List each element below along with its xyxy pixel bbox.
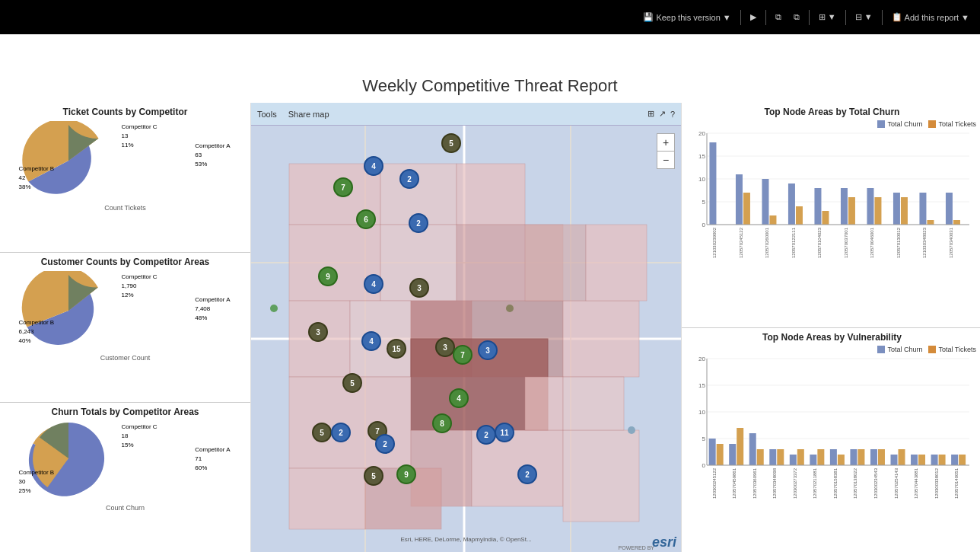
copy-button2[interactable]: ⧉ bbox=[791, 11, 803, 24]
churn-legend-a: Competitor A7160% bbox=[195, 445, 230, 473]
churn-legend-c: Competitor C1815% bbox=[122, 423, 158, 450]
churn-totals-title: Churn Totals by Competitor Areas bbox=[51, 407, 199, 417]
left-panel: Ticket Counts by Competitor Competitor C… bbox=[0, 103, 251, 552]
legend-churn-label: Total Churn bbox=[887, 120, 922, 128]
cluster-marker[interactable]: 9 bbox=[396, 464, 416, 484]
table-button[interactable]: ⊟ ▼ bbox=[852, 11, 876, 24]
svg-point-28 bbox=[506, 305, 514, 312]
total-churn-chart-section: Top Node Areas by Total Churn Total Chur… bbox=[682, 103, 980, 328]
vulnerability-chart-inner bbox=[688, 355, 976, 549]
customer-counts-section: Customer Counts by Competitor Areas Comp… bbox=[0, 253, 250, 403]
cluster-marker[interactable]: 3 bbox=[478, 340, 498, 360]
share-map-button[interactable]: Share map bbox=[288, 110, 329, 119]
map-layout-icon[interactable]: ⊞ bbox=[648, 109, 654, 119]
vuln-legend: Total Churn Total Tickets bbox=[688, 346, 976, 353]
customer-legend-c: Competitor C1,79012% bbox=[122, 273, 158, 300]
cluster-marker[interactable]: 2 bbox=[517, 464, 537, 484]
separator4 bbox=[845, 10, 846, 25]
map-attribution: Esri, HERE, DeLorme, MapmyIndia, © OpenS… bbox=[400, 536, 531, 543]
cluster-marker[interactable]: 8 bbox=[432, 413, 452, 433]
vulnerability-chart-section: Top Node Areas by Vulnerability Total Ch… bbox=[682, 328, 980, 553]
cluster-marker[interactable]: 11 bbox=[495, 423, 514, 442]
save-icon: 💾 bbox=[643, 12, 654, 22]
cluster-marker[interactable]: 9 bbox=[318, 266, 338, 286]
right-panel: Top Node Areas by Total Churn Total Chur… bbox=[681, 103, 980, 552]
svg-rect-16 bbox=[563, 301, 639, 377]
vulnerability-title: Top Node Areas by Vulnerability bbox=[688, 332, 976, 343]
cluster-marker[interactable]: 7 bbox=[453, 345, 473, 365]
map-area[interactable]: Tools Share map ⊞ ↗ ? bbox=[251, 103, 681, 552]
churn-canvas bbox=[688, 129, 973, 266]
churn-totals-section: Churn Totals by Competitor Areas bbox=[0, 403, 250, 552]
map-export-icon[interactable]: ↗ bbox=[659, 109, 666, 119]
svg-rect-23 bbox=[586, 225, 647, 301]
cluster-marker[interactable]: 6 bbox=[356, 209, 376, 229]
legend-color-blue bbox=[877, 120, 885, 128]
cluster-marker[interactable]: 5 bbox=[342, 373, 362, 393]
svg-rect-22 bbox=[525, 225, 586, 301]
cluster-marker[interactable]: 5 bbox=[441, 133, 461, 153]
svg-rect-27 bbox=[563, 377, 624, 430]
ticket-legend-b: Competitor B4238% bbox=[19, 164, 55, 192]
svg-point-30 bbox=[270, 305, 278, 312]
churn-chart-label: Count Churn bbox=[106, 504, 145, 512]
map-icons: ⊞ ↗ ? bbox=[648, 109, 675, 119]
cluster-marker[interactable]: 3 bbox=[308, 322, 328, 342]
legend-total-churn: Total Churn bbox=[877, 120, 922, 128]
ticket-counts-section: Ticket Counts by Competitor Competitor C… bbox=[0, 103, 250, 253]
svg-rect-24 bbox=[525, 377, 563, 430]
customer-chart-label: Customer Count bbox=[100, 354, 151, 362]
add-report-button[interactable]: 📋 Add this report ▼ bbox=[889, 11, 972, 24]
cluster-marker[interactable]: 4 bbox=[449, 388, 469, 408]
cluster-marker[interactable]: 2 bbox=[375, 434, 395, 454]
churn-chart-inner bbox=[688, 129, 976, 324]
cluster-marker[interactable]: 7 bbox=[333, 177, 353, 197]
separator1 bbox=[740, 10, 741, 25]
vuln-color-orange bbox=[928, 346, 936, 353]
separator5 bbox=[882, 10, 883, 25]
vuln-tickets-label: Total Tickets bbox=[938, 346, 976, 353]
customer-legend-a: Competitor A7,40848% bbox=[195, 295, 230, 323]
dropdown-icon: ▼ bbox=[723, 13, 731, 22]
legend-total-tickets: Total Tickets bbox=[928, 120, 976, 128]
main-container: Weekly Competitive Threat Report Ticket … bbox=[0, 34, 980, 552]
legend-color-orange bbox=[928, 120, 936, 128]
cluster-marker[interactable]: 2 bbox=[476, 425, 496, 445]
cluster-marker[interactable]: 4 bbox=[364, 274, 383, 294]
svg-rect-8 bbox=[457, 164, 525, 225]
svg-point-29 bbox=[628, 426, 635, 434]
cluster-marker[interactable]: 5 bbox=[364, 466, 383, 486]
cluster-marker[interactable]: 15 bbox=[387, 339, 406, 359]
powered-by: POWERED BY bbox=[619, 545, 654, 550]
total-churn-title: Top Node Areas by Total Churn bbox=[688, 107, 976, 117]
vuln-legend-churn: Total Churn bbox=[877, 346, 922, 353]
top-bar: 💾 Keep this version ▼ ▶ ⧉ ⧉ ⊞ ▼ ⊟ ▼ 📋 Ad… bbox=[0, 0, 980, 34]
tools-button[interactable]: Tools bbox=[257, 110, 277, 119]
cluster-marker[interactable]: 3 bbox=[409, 278, 429, 298]
dropdown-icon2: ▼ bbox=[961, 13, 969, 22]
keep-version-button[interactable]: 💾 Keep this version ▼ bbox=[640, 11, 733, 24]
cluster-marker[interactable]: 5 bbox=[312, 423, 332, 442]
churn-legend-b: Competitor B3025% bbox=[19, 468, 55, 496]
zoom-out-button[interactable]: − bbox=[657, 152, 674, 168]
map-info-icon[interactable]: ? bbox=[670, 109, 675, 119]
add-icon: 📋 bbox=[892, 12, 902, 22]
ticket-legend: Competitor C1311% bbox=[122, 123, 158, 153]
zoom-in-button[interactable]: + bbox=[657, 134, 674, 151]
cluster-marker[interactable]: 2 bbox=[399, 169, 419, 189]
map-content[interactable]: + − 74256294334153735457822115922 Esri, … bbox=[251, 126, 681, 552]
cluster-marker[interactable]: 4 bbox=[364, 156, 383, 176]
ticket-legend-a: Competitor A6353% bbox=[195, 142, 230, 169]
cluster-marker[interactable]: 2 bbox=[331, 423, 351, 442]
copy-button1[interactable]: ⧉ bbox=[772, 11, 784, 24]
map-toolbar: Tools Share map ⊞ ↗ ? bbox=[251, 103, 681, 126]
separator3 bbox=[809, 10, 810, 25]
cluster-marker[interactable]: 4 bbox=[361, 331, 381, 351]
cluster-marker[interactable]: 2 bbox=[409, 213, 428, 233]
churn-legend: Total Churn Total Tickets bbox=[688, 120, 976, 128]
vuln-churn-label: Total Churn bbox=[887, 346, 922, 353]
play-button[interactable]: ▶ bbox=[747, 11, 759, 24]
grid-button[interactable]: ⊞ ▼ bbox=[816, 11, 839, 24]
ticket-chart-label: Count Tickets bbox=[104, 204, 146, 212]
esri-logo: esri bbox=[652, 534, 676, 550]
